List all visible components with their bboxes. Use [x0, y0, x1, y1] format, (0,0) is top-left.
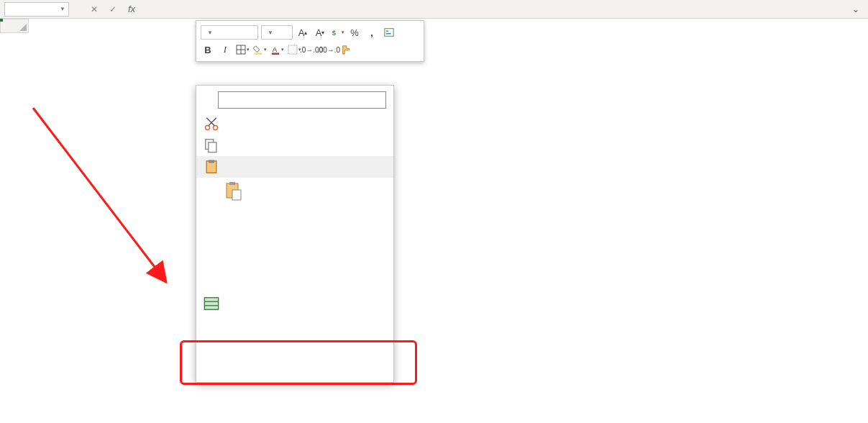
formula-bar: ▼ ✕ ✓ fx ⌄ — [0, 0, 868, 19]
font-color-icon[interactable]: A▾ — [270, 42, 284, 57]
bold-icon[interactable]: B — [201, 42, 215, 57]
menu-row-height[interactable] — [196, 314, 393, 336]
paste-icon — [204, 159, 219, 175]
menu-clear[interactable] — [196, 271, 393, 293]
copy-icon — [204, 137, 219, 153]
svg-rect-2 — [386, 30, 389, 32]
svg-point-11 — [205, 125, 209, 129]
svg-rect-9 — [271, 53, 279, 55]
menu-search — [218, 91, 386, 109]
svg-rect-16 — [209, 142, 216, 153]
confirm-formula-button[interactable]: ✓ — [105, 2, 121, 17]
svg-rect-22 — [204, 298, 218, 310]
conditional-format-icon[interactable] — [382, 25, 396, 40]
borders-icon[interactable]: ▾ — [235, 42, 250, 57]
italic-icon[interactable]: I — [218, 42, 232, 57]
fx-icon[interactable]: fx — [124, 2, 140, 17]
menu-format-cells[interactable] — [196, 293, 393, 314]
expand-formula-bar-button[interactable]: ⌄ — [848, 4, 864, 14]
menu-hide[interactable] — [196, 336, 393, 358]
svg-text:A: A — [272, 45, 277, 53]
decrease-font-icon[interactable]: A▾ — [313, 25, 327, 40]
increase-font-icon[interactable]: A▴ — [296, 25, 310, 40]
svg-point-12 — [213, 125, 217, 129]
cancel-formula-button[interactable]: ✕ — [86, 2, 102, 17]
svg-line-13 — [209, 118, 216, 126]
menu-paste-options-header — [196, 156, 393, 178]
mini-toolbar: ▼ ▼ A▴ A▾ $▾ % , B I ▾ ▾ A▾ ▾ .0→.00 .00… — [196, 20, 424, 62]
svg-rect-20 — [229, 182, 235, 185]
cut-icon — [204, 116, 219, 132]
format-cells-icon — [204, 296, 219, 311]
fill-color-icon[interactable]: ▾ — [252, 42, 267, 57]
accounting-format-icon[interactable]: $▾ — [330, 25, 344, 40]
decrease-decimal-icon[interactable]: .00→.0 — [321, 42, 336, 57]
svg-rect-10 — [288, 45, 297, 54]
menu-cut[interactable] — [196, 113, 393, 135]
menu-unhide[interactable] — [196, 358, 393, 379]
chevron-down-icon: ▼ — [60, 6, 65, 12]
comma-icon[interactable]: , — [365, 25, 379, 40]
percent-icon[interactable]: % — [347, 25, 362, 40]
menu-delete[interactable] — [196, 250, 393, 271]
context-menu — [196, 85, 394, 383]
menu-insert[interactable] — [196, 228, 393, 250]
grid-area — [0, 33, 868, 423]
svg-rect-1 — [385, 29, 393, 37]
name-box[interactable]: ▼ — [4, 2, 69, 17]
svg-text:$: $ — [332, 29, 336, 37]
format-painter-icon[interactable] — [339, 42, 353, 57]
menu-copy[interactable] — [196, 135, 393, 156]
font-size-select[interactable]: ▼ — [261, 25, 293, 40]
font-family-select[interactable]: ▼ — [201, 25, 258, 40]
svg-rect-18 — [209, 160, 214, 163]
svg-rect-3 — [386, 33, 391, 35]
svg-rect-7 — [254, 53, 262, 55]
paste-default-icon — [224, 181, 244, 204]
menu-paste-option-default[interactable] — [196, 178, 393, 206]
select-all-corner[interactable] — [0, 19, 29, 33]
menu-paste-special[interactable] — [196, 206, 393, 228]
menu-search-input[interactable] — [218, 91, 386, 109]
svg-line-14 — [206, 118, 214, 126]
formula-value[interactable] — [142, 2, 845, 17]
svg-rect-21 — [232, 190, 241, 200]
